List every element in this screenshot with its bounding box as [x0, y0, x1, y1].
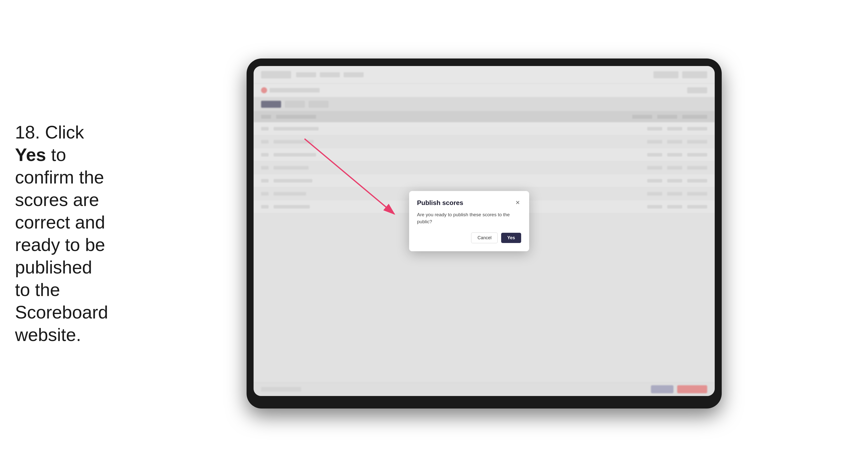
tablet-frame: Publish scores ✕ Are you ready to publis… — [247, 59, 722, 408]
publish-scores-dialog: Publish scores ✕ Are you ready to publis… — [409, 191, 529, 251]
modal-overlay: Publish scores ✕ Are you ready to publis… — [254, 66, 715, 396]
modal-title: Publish scores — [417, 199, 463, 207]
modal-body: Are you ready to publish these scores to… — [417, 211, 521, 225]
instruction-text: 18. Click Yes to confirm the scores are … — [15, 121, 110, 346]
tablet-wrapper: Publish scores ✕ Are you ready to publis… — [115, 59, 853, 408]
instruction-prefix: Click — [45, 122, 84, 142]
modal-close-button[interactable]: ✕ — [514, 199, 521, 206]
cancel-button[interactable]: Cancel — [471, 232, 498, 243]
bold-yes: Yes — [15, 145, 46, 165]
step-number: 18. — [15, 122, 40, 142]
modal-footer: Cancel Yes — [417, 232, 521, 243]
yes-button[interactable]: Yes — [501, 233, 521, 243]
instruction-suffix: to confirm the scores are correct and re… — [15, 145, 108, 345]
modal-header: Publish scores ✕ — [417, 199, 521, 207]
tablet-screen: Publish scores ✕ Are you ready to publis… — [254, 66, 715, 396]
